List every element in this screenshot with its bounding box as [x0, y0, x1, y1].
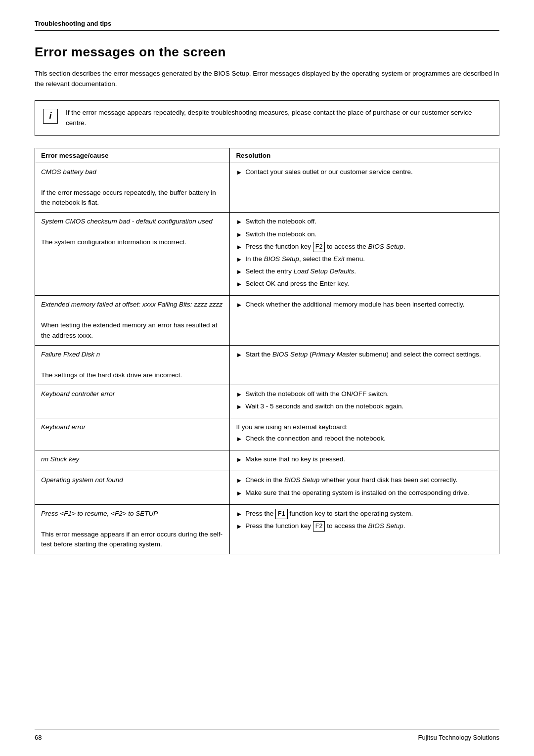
info-icon: i	[43, 109, 58, 124]
page-footer: 68 Fujitsu Technology Solutions	[35, 729, 499, 741]
table-row-resolution-5: If you are using an external keyboard:►C…	[230, 418, 499, 450]
table-row-resolution-8: ►Press the F1 function key to start the …	[230, 504, 499, 554]
table-row-resolution-3: ►Start the BIOS Setup (Primary Master su…	[230, 346, 499, 385]
table-row-resolution-4: ►Switch the notebook off with the ON/OFF…	[230, 385, 499, 418]
col-header-resolution: Resolution	[230, 148, 499, 163]
table-row-resolution-2: ►Check whether the additional memory mod…	[230, 296, 499, 346]
bullet-arrow: ►	[236, 476, 242, 486]
bullet-arrow: ►	[236, 279, 242, 289]
bullet-text: Switch the notebook on.	[245, 229, 316, 240]
bullet-text: In the BIOS Setup, select the Exit menu.	[245, 254, 365, 265]
table-row-error-0: CMOS battery badIf the error message occ…	[35, 163, 230, 213]
table-row-error-4: Keyboard controller error	[35, 385, 230, 418]
bullet-arrow: ►	[236, 267, 242, 277]
bullet-text: Press the function key F2 to access the …	[245, 242, 405, 252]
bullet-arrow: ►	[236, 217, 242, 227]
table-row-resolution-6: ►Make sure that no key is pressed.	[230, 450, 499, 471]
error-table: Error message/cause Resolution CMOS batt…	[35, 148, 499, 555]
bullet-arrow: ►	[236, 455, 242, 465]
bullet-text: Switch the notebook off with the ON/OFF …	[245, 389, 389, 400]
table-row-error-6: nn Stuck key	[35, 450, 230, 471]
bullet-arrow: ►	[236, 434, 242, 444]
table-row-resolution-1: ►Switch the notebook off.►Switch the not…	[230, 213, 499, 296]
section-header: Troubleshooting and tips	[35, 20, 499, 31]
bullet-arrow: ►	[236, 402, 242, 412]
info-box-text: If the error message appears repeatedly,…	[66, 108, 491, 129]
bullet-text: Make sure that no key is pressed.	[245, 454, 345, 465]
bullet-text: Contact your sales outlet or our custome…	[245, 167, 412, 178]
table-row-error-3: Failure Fixed Disk nThe settings of the …	[35, 346, 230, 385]
bullet-arrow: ►	[236, 522, 242, 532]
table-row-error-7: Operating system not found	[35, 471, 230, 504]
kbd-f2b: F2	[313, 521, 325, 532]
bullet-text: Check the connection and reboot the note…	[245, 434, 386, 444]
kbd-f1: F1	[275, 509, 288, 519]
section-title: Troubleshooting and tips	[35, 20, 111, 27]
company-name: Fujitsu Technology Solutions	[418, 734, 499, 741]
bullet-arrow: ►	[236, 390, 242, 400]
bullet-arrow: ►	[236, 350, 242, 360]
info-box: i If the error message appears repeatedl…	[35, 100, 499, 136]
bullet-text: Start the BIOS Setup (Primary Master sub…	[245, 350, 481, 360]
bullet-arrow: ►	[236, 168, 242, 178]
bullet-text: Wait 3 - 5 seconds and switch on the not…	[245, 401, 403, 412]
bullet-text: Make sure that the operating system is i…	[245, 488, 469, 498]
bullet-arrow: ►	[236, 230, 242, 240]
table-row-error-5: Keyboard error	[35, 418, 230, 450]
plain-text: If you are using an external keyboard:	[236, 422, 348, 433]
bullet-text: Press the function key F2 to access the …	[245, 521, 405, 532]
bullet-arrow: ►	[236, 509, 242, 519]
bullet-arrow: ►	[236, 242, 242, 252]
page-title: Error messages on the screen	[35, 44, 499, 60]
bullet-text: Check in the BIOS Setup whether your har…	[245, 475, 457, 486]
bullet-text: Switch the notebook off.	[245, 217, 316, 227]
page: Troubleshooting and tips Error messages …	[0, 0, 534, 756]
bullet-arrow: ►	[236, 255, 242, 265]
table-row-resolution-7: ►Check in the BIOS Setup whether your ha…	[230, 471, 499, 504]
page-number: 68	[35, 734, 42, 741]
table-row-error-1: System CMOS checksum bad - default confi…	[35, 213, 230, 296]
bullet-arrow: ►	[236, 300, 242, 310]
bullet-text: Press the F1 function key to start the o…	[245, 509, 413, 519]
table-row-error-2: Extended memory failed at offset: xxxx F…	[35, 296, 230, 346]
bullet-text: Select OK and press the Enter key.	[245, 279, 349, 289]
intro-paragraph: This section describes the error message…	[35, 69, 499, 89]
bullet-text: Check whether the additional memory modu…	[245, 300, 464, 310]
table-row-error-8: Press <F1> to resume, <F2> to SETUPThis …	[35, 504, 230, 554]
kbd-f2: F2	[313, 242, 325, 252]
bullet-text: Select the entry Load Setup Defaults.	[245, 267, 356, 277]
bullet-arrow: ►	[236, 489, 242, 498]
table-row-resolution-0: ►Contact your sales outlet or our custom…	[230, 163, 499, 213]
col-header-error: Error message/cause	[35, 148, 230, 163]
